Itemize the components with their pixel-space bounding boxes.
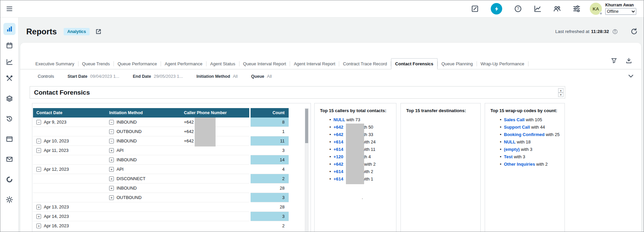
caller-link[interactable]: +614 [333,169,343,174]
page-header: Reports Analytics Last refreshed at 11:2… [19,18,644,43]
list-item: Booking Confirmed with 25 [500,132,560,137]
sidebar-item-history[interactable] [3,113,15,125]
chevron-down-icon[interactable] [628,73,634,79]
flash-icon[interactable] [491,3,502,14]
donut-chart-icon [6,176,13,183]
tab-queue-trends[interactable]: Queue Trends [78,59,114,69]
mail-icon [6,156,13,163]
sidebar-item-browser[interactable] [3,133,15,145]
layers-icon [6,95,13,102]
sidebar-item-layers[interactable] [3,93,15,105]
tab-contract-trace-record[interactable]: Contract Trace Record [339,59,391,69]
count-cell: 2 [251,221,289,231]
last-refreshed: Last refreshed at 11:28:32 [555,28,638,35]
caller-link[interactable]: +614 [333,147,343,152]
wrapup-link[interactable]: Sales Call [504,117,524,122]
hamburger-menu-icon[interactable] [6,5,13,12]
filter-initiation-method[interactable]: Initiation Method All [196,74,237,79]
tab-executive-summary[interactable]: Executive Summary [32,59,78,69]
row-toggle-icon[interactable]: − [36,167,41,172]
wrapup-link[interactable]: NULL [504,139,516,144]
sidebar-item-donut-chart[interactable] [3,173,15,186]
sidebar-item-line-chart[interactable] [3,56,15,68]
row-toggle-icon[interactable]: − [36,148,41,153]
info-icon[interactable] [612,29,618,34]
row-toggle-icon[interactable]: + [36,205,41,209]
table-row: +OUTBOUND 3 [33,193,311,202]
redaction-overlay [195,118,216,146]
tab-wrap-up-performance[interactable]: Wrap-Up Performance [477,59,528,69]
analytics-badge: Analytics [64,28,90,35]
sidebar-item-analytics[interactable] [3,23,15,35]
users-icon[interactable] [553,5,561,12]
wrapup-link[interactable]: Test [504,154,513,159]
table-row: +DISCONNECT 2 [33,174,311,184]
row-toggle-icon[interactable]: + [109,148,114,153]
row-toggle-icon[interactable]: + [36,214,41,219]
wrapup-link[interactable]: Booking Confirmed [504,132,545,137]
filter-label: End Date [133,74,151,79]
filter-start-date[interactable]: Start Date 09/04/2023 1... [67,74,119,79]
tab-agent-status[interactable]: Agent Status [206,59,239,69]
list-item: Other Inquiries with 2 [500,162,560,167]
settings-sliders-icon[interactable] [573,5,580,12]
avatar[interactable]: KA [590,3,602,15]
filter-end-date[interactable]: End Date 29/05/2023 1... [133,74,183,79]
tab-queue-interval-report[interactable]: Queue Interval Report [239,59,290,69]
tab-agent-performance[interactable]: Agent Performance [161,59,206,69]
column-header-count[interactable]: Count [251,108,289,118]
table-row: −OUTBOUND +642 1 [33,127,311,136]
row-toggle-icon[interactable]: + [109,195,114,200]
external-link-icon[interactable] [95,28,102,35]
filter-funnel-icon[interactable] [611,58,617,64]
sidebar-item-calendar[interactable] [3,39,15,52]
download-icon[interactable] [626,58,632,64]
row-toggle-icon[interactable]: − [109,139,114,143]
row-toggle-icon[interactable]: − [36,139,41,143]
caller-link[interactable]: +614 [333,139,343,144]
table-row: +Apr 16, 2023 2 [33,221,311,231]
metrics-icon[interactable] [534,5,541,12]
tab-queue-planning[interactable]: Queue Planning [438,59,477,69]
tab-agent-interval-report[interactable]: Agent Interval Report [290,59,339,69]
wrapup-link[interactable]: (empty) [504,147,520,152]
column-header-contact-date[interactable]: Contact Date [33,108,106,118]
sidebar-item-mail[interactable] [3,153,15,165]
table-scrollbar[interactable] [305,108,309,231]
help-icon[interactable]: ? [514,5,522,12]
caller-link[interactable]: +642 [333,125,343,130]
step-down-icon[interactable] [558,93,564,97]
row-toggle-icon[interactable]: − [109,129,114,134]
caller-link[interactable]: +642 [333,132,343,137]
svg-text:?: ? [517,6,519,11]
caller-link[interactable]: +120 [333,154,343,159]
initiation-method-cell: DISCONNECT [117,176,146,181]
column-header-caller-phone-number[interactable]: Caller Phone Number [181,108,249,118]
tab-contact-forensics[interactable]: Contact Forensics [391,58,437,69]
row-toggle-icon[interactable]: + [109,176,114,181]
sidebar-item-tools[interactable] [3,72,15,85]
scrollbar-thumb[interactable] [305,109,308,143]
step-up-icon[interactable] [558,88,564,93]
note-icon[interactable] [471,5,479,12]
column-header-initiation-method[interactable]: Initiation Method [106,108,181,118]
refresh-icon[interactable] [631,28,638,35]
row-toggle-icon[interactable]: − [109,120,114,125]
agent-status-select[interactable]: Offline [605,8,636,15]
row-toggle-icon[interactable]: − [36,120,41,125]
row-toggle-icon[interactable]: + [109,167,114,172]
sidebar-item-settings[interactable] [3,194,15,206]
caller-link[interactable]: NULL [333,117,345,122]
caller-link[interactable]: +614 [333,176,343,181]
row-toggle-icon[interactable]: + [109,186,114,191]
row-toggle-icon[interactable]: + [36,224,41,228]
wrapup-link[interactable]: Other Inquiries [504,162,535,167]
caller-link[interactable]: +642 [333,162,343,167]
initiation-method-cell: INBOUND [117,138,137,143]
wrapup-link[interactable]: Support Call [504,125,530,130]
filter-queue[interactable]: Queue All [251,74,272,79]
row-toggle-icon[interactable]: + [109,158,114,162]
tab-queue-performance[interactable]: Queue Performance [114,59,161,69]
top-callers-panel: Top 15 callers by total contacts: NULL w… [314,103,396,232]
controls-bar: Controls Start Date 09/04/2023 1... End … [20,69,641,83]
